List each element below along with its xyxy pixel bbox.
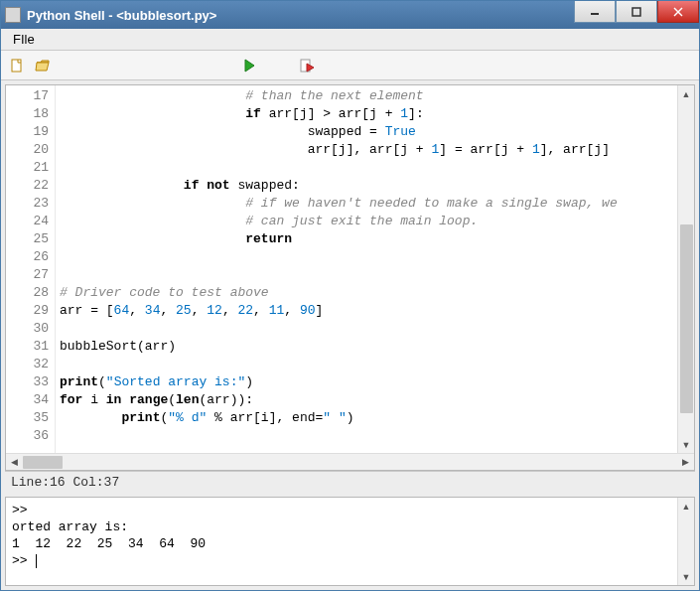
app-icon: [5, 7, 21, 23]
maximize-icon: [631, 7, 641, 17]
code-line[interactable]: [60, 356, 677, 373]
cursor-position: Line:16 Col:37: [11, 475, 119, 490]
new-file-icon: [9, 58, 25, 74]
editor-pane: 1718192021222324252627282930313233343536…: [5, 84, 695, 471]
svg-rect-4: [12, 60, 21, 72]
editor-vertical-scrollbar[interactable]: ▲ ▼: [677, 85, 694, 453]
close-button[interactable]: [657, 1, 699, 23]
console-pane: >>orted array is:1 12 22 25 34 64 90>> ▲…: [5, 497, 695, 586]
console-output[interactable]: >>orted array is:1 12 22 25 34 64 90>>: [6, 498, 677, 585]
scroll-down-icon[interactable]: ▼: [678, 436, 694, 453]
line-number-gutter: 1718192021222324252627282930313233343536: [6, 85, 56, 453]
new-file-button[interactable]: [5, 54, 29, 77]
code-line[interactable]: [60, 248, 677, 266]
code-line[interactable]: # than the next element: [60, 87, 677, 105]
console-vertical-scrollbar[interactable]: ▲ ▼: [677, 498, 694, 585]
maximize-button[interactable]: [616, 1, 657, 23]
hscroll-thumb[interactable]: [23, 456, 63, 469]
toolbar: [1, 51, 699, 80]
menu-file[interactable]: FIle: [5, 30, 43, 49]
scroll-down-icon[interactable]: ▼: [678, 568, 694, 585]
minimize-icon: [590, 7, 600, 17]
code-line[interactable]: bubbleSort(arr): [60, 338, 677, 356]
code-line[interactable]: for i in range(len(arr)):: [60, 391, 677, 409]
svg-marker-5: [245, 60, 254, 72]
code-line[interactable]: [60, 427, 677, 445]
code-line[interactable]: return: [60, 230, 677, 248]
code-line[interactable]: # Driver code to test above: [60, 284, 677, 302]
code-line[interactable]: [60, 266, 677, 284]
open-folder-icon: [35, 58, 51, 74]
svg-rect-1: [632, 8, 640, 16]
run-button[interactable]: [237, 54, 261, 77]
code-line[interactable]: print("% d" % arr[i], end=" "): [60, 409, 677, 427]
code-line[interactable]: arr = [64, 34, 25, 12, 22, 11, 90]: [60, 302, 677, 320]
code-line[interactable]: if not swapped:: [60, 177, 677, 195]
code-line[interactable]: if arr[j] > arr[j + 1]:: [60, 105, 677, 123]
code-line[interactable]: [60, 320, 677, 338]
window-title: Python Shell - <bubblesort.py>: [27, 8, 574, 23]
close-icon: [673, 7, 683, 17]
code-text[interactable]: # than the next element if arr[j] > arr[…: [56, 85, 677, 453]
code-line[interactable]: print("Sorted array is:"): [60, 373, 677, 391]
text-cursor: [36, 554, 37, 568]
code-line[interactable]: [60, 159, 677, 177]
code-line[interactable]: swapped = True: [60, 123, 677, 141]
open-file-button[interactable]: [31, 54, 55, 77]
scroll-left-icon[interactable]: ◀: [6, 454, 23, 470]
minimize-button[interactable]: [574, 1, 616, 23]
debug-button[interactable]: [295, 54, 319, 77]
editor-horizontal-scrollbar[interactable]: ◀ ▶: [6, 453, 694, 470]
status-bar: Line:16 Col:37: [5, 471, 695, 493]
code-line[interactable]: # if we haven't needed to make a single …: [60, 195, 677, 213]
titlebar[interactable]: Python Shell - <bubblesort.py>: [1, 1, 699, 29]
code-line[interactable]: arr[j], arr[j + 1] = arr[j + 1], arr[j]: [60, 141, 677, 159]
debug-icon: [299, 58, 315, 74]
code-line[interactable]: # can just exit the main loop.: [60, 213, 677, 230]
run-icon: [241, 58, 257, 74]
menubar: FIle: [1, 29, 699, 51]
scroll-up-icon[interactable]: ▲: [678, 498, 694, 515]
scroll-right-icon[interactable]: ▶: [677, 454, 694, 470]
scroll-thumb[interactable]: [680, 224, 693, 413]
code-area[interactable]: 1718192021222324252627282930313233343536…: [6, 85, 677, 453]
window: Python Shell - <bubblesort.py> FIle: [0, 0, 700, 591]
scroll-up-icon[interactable]: ▲: [678, 85, 694, 102]
window-controls: [574, 1, 699, 29]
